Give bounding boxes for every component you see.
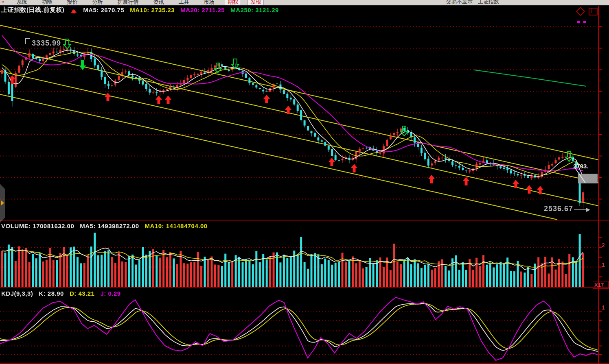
legend-item: MA10: 141484704.00 [145,222,208,229]
menu-item-highlight[interactable]: 发现 [248,0,264,6]
chart-title: 上证指数(日线.前复权) [1,6,64,14]
legend-item: K: 28.90 [39,290,64,297]
app-logo-icon: ≈ [2,0,7,4]
axis-label: 1 [602,262,605,268]
split-window-icon[interactable] [589,8,598,15]
menu-item[interactable]: 功能 [42,0,52,6]
menu-item[interactable]: 分析 [92,0,103,6]
kdj-legend: KDJ(9,3,3)K: 28.90D: 43.21J: 0.29 [1,289,121,297]
menu-bar: ≈ 系统功能报价分析扩展行情资讯工具市场期权发现 交易不显示 上证指数 [0,0,609,6]
menu-item[interactable]: 系统 [16,0,27,6]
ma-legend: MA5: 2670.75MA10: 2735.23MA20: 2711.25MA… [83,7,279,13]
menu-item[interactable]: 市场 [204,0,214,6]
menu-item[interactable]: 扩展行情 [117,0,138,6]
chart-canvas[interactable] [0,0,609,364]
chart-corner-tools [576,7,598,18]
legend-item: MA5: 149398272.00 [80,222,139,229]
menu-right-text: 交易不显示 上证指数 [446,0,499,6]
app-window: ≈ 系统功能报价分析扩展行情资讯工具市场期权发现 交易不显示 上证指数 上证指数… [0,0,609,364]
axis-label: 2 [602,242,605,248]
legend-item: J: 0.29 [100,290,120,297]
legend-item: VOLUME: 170081632.00 [1,222,74,229]
volume-legend: VOLUME: 170081632.00MA5: 149398272.00MA1… [1,222,208,230]
menu-item[interactable]: 报价 [67,0,77,6]
period-low-label: 2536.67 [544,205,573,213]
menu-item[interactable]: 资讯 [153,0,164,6]
menu-item-highlight[interactable]: 期权 [225,0,241,6]
axis-label: 1 [602,304,605,311]
legend-item: MA5: 2670.75 [83,7,124,13]
sidebar-expand-handle[interactable] [0,184,5,223]
legend-item: MA20: 2711.25 [180,7,225,13]
volume-multiplier-badge: X17 [593,281,609,289]
menu-item[interactable]: 工具 [178,0,189,6]
main-chart-legend: 上证指数(日线.前复权) MA5: 2670.75MA10: 2735.23MA… [1,6,279,14]
legend-item: D: 43.21 [70,290,95,297]
period-high-label: 3335.99 [32,39,61,48]
legend-item: MA250: 3121.29 [230,7,279,13]
last-price-label: 2703. [573,163,589,170]
legend-item: MA10: 2735.23 [130,7,175,13]
expand-arrow-icon [1,200,4,206]
legend-item: KDJ(9,3,3) [1,290,33,297]
trend-up-arrow-icon [71,7,77,13]
diamond-icon[interactable] [576,7,585,16]
magenta-dots-icon [577,17,594,24]
high-marker-icon [25,38,30,44]
